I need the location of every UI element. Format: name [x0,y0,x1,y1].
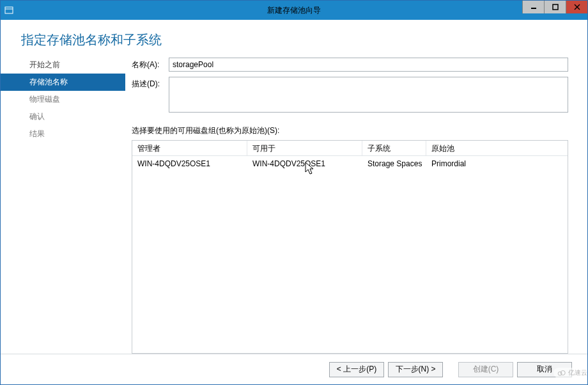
wizard-body: 指定存储池名称和子系统 开始之前 存储池名称 物理磁盘 确认 结果 名称(A):… [1,20,587,384]
close-button[interactable] [566,1,587,13]
description-row: 描述(D): [132,77,568,113]
step-physical-disks: 物理磁盘 [1,91,125,108]
watermark: 亿速云 [553,368,588,378]
name-label: 名称(A): [132,58,169,70]
maximize-button[interactable] [544,1,566,13]
col-available-to[interactable]: 可用于 [247,141,362,155]
window-title: 新建存储池向导 [1,5,587,16]
col-primordial-pool[interactable]: 原始池 [426,141,568,155]
cell-available-to: WIN-4DQDV25OSE1 [247,157,362,171]
disk-group-label: 选择要使用的可用磁盘组(也称为原始池)(S): [132,125,568,136]
wizard-window: 新建存储池向导 指定存储池名称和子系统 开始之前 存储池名称 物理磁盘 确认 结… [0,0,588,385]
col-managed-by[interactable]: 管理者 [132,141,247,155]
description-label: 描述(D): [132,77,169,90]
page-heading: 指定存储池名称和子系统 [1,20,587,55]
create-button: 创建(C) [458,362,513,377]
step-results: 结果 [1,125,125,143]
table-row[interactable]: WIN-4DQDV25OSE1 WIN-4DQDV25OSE1 Storage … [132,156,568,171]
footer-bar: < 上一步(P) 下一步(N) > 创建(C) 取消 [1,354,587,384]
description-input[interactable] [169,77,568,113]
table-header: 管理者 可用于 子系统 原始池 [132,141,568,156]
col-subsystem[interactable]: 子系统 [362,141,426,155]
next-button[interactable]: 下一步(N) > [388,362,443,377]
watermark-text: 亿速云 [568,368,587,377]
steps-sidebar: 开始之前 存储池名称 物理磁盘 确认 结果 [1,55,125,354]
svg-point-6 [558,372,562,375]
step-before-begin[interactable]: 开始之前 [1,56,125,74]
step-pool-name[interactable]: 存储池名称 [1,74,125,91]
name-input[interactable] [169,58,568,72]
step-confirm: 确认 [1,108,125,125]
disk-group-table[interactable]: 管理者 可用于 子系统 原始池 WIN-4DQDV25OSE1 WIN-4DQD… [132,140,568,354]
cell-managed-by: WIN-4DQDV25OSE1 [132,157,247,171]
name-row: 名称(A): [132,58,568,72]
previous-button[interactable]: < 上一步(P) [329,362,384,377]
cell-primordial: Primordial [426,157,503,171]
svg-rect-0 [5,7,13,13]
cell-subsystem: Storage Spaces [362,157,426,171]
content-layout: 开始之前 存储池名称 物理磁盘 确认 结果 名称(A): 描述(D): 选择要使… [1,55,587,354]
svg-rect-3 [553,4,558,10]
main-panel: 名称(A): 描述(D): 选择要使用的可用磁盘组(也称为原始池)(S): 管理… [125,55,587,354]
system-buttons [522,1,587,13]
app-icon [1,6,17,15]
minimize-button[interactable] [522,1,544,13]
titlebar: 新建存储池向导 [1,1,587,20]
